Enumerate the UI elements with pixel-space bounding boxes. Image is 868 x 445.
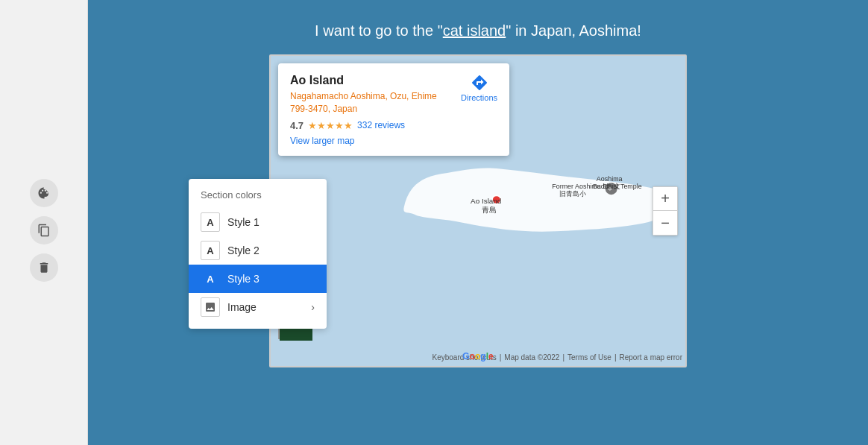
address-line1: Nagahamacho Aoshima, Ozu, Ehime (290, 91, 437, 101)
palette-icon-button[interactable] (30, 179, 58, 207)
address-line2: 799-3470, Japan (290, 104, 357, 114)
map-zoom-controls: + − (652, 186, 678, 236)
zoom-in-button[interactable]: + (653, 187, 677, 211)
sidebar (0, 0, 88, 445)
google-logo: Google (462, 351, 493, 362)
place-name: Ao Island (290, 74, 437, 87)
place-address: Nagahamacho Aoshima, Ozu, Ehime 799-3470… (290, 90, 437, 116)
svg-text:旧青島小: 旧青島小 (559, 190, 586, 198)
popup-title: Ao Island Nagahamacho Aoshima, Ozu, Ehim… (290, 74, 437, 147)
svg-text:Ao Island: Ao Island (471, 197, 501, 205)
directions-label: Directions (461, 93, 497, 102)
style-3-badge: A (201, 269, 220, 288)
trash-icon-button[interactable] (30, 253, 58, 282)
title-prefix: I want to go to the " (315, 22, 443, 39)
image-badge (201, 297, 220, 317)
map-info-popup: Ao Island Nagahamacho Aoshima, Ozu, Ehim… (278, 63, 509, 156)
style-3-label: Style 3 (227, 273, 260, 285)
svg-text:青島: 青島 (482, 206, 497, 214)
view-larger-map-link[interactable]: View larger map (290, 136, 354, 146)
section-colors-popup: Section colors A Style 1 A Style 2 A Sty… (189, 179, 327, 329)
map-data-credit: Map data ©2022 (504, 353, 559, 362)
main-content: I want to go to the "cat island" in Japa… (88, 0, 868, 445)
page-title: I want to go to the "cat island" in Japa… (315, 22, 641, 40)
section-colors-title: Section colors (189, 186, 327, 208)
style-1-label: Style 1 (227, 216, 260, 228)
stars: ★★★★★ (308, 120, 353, 131)
style-2-badge: A (201, 241, 220, 260)
svg-text:Buddhist Temple: Buddhist Temple (593, 183, 642, 190)
svg-rect-11 (280, 329, 312, 341)
popup-rating: 4.7 ★★★★★ 332 reviews (290, 120, 437, 131)
style-1-item[interactable]: A Style 1 (189, 208, 327, 236)
zoom-out-button[interactable]: − (653, 211, 677, 235)
image-item[interactable]: Image › (189, 293, 327, 321)
title-highlight: cat island (443, 22, 506, 39)
copy-icon-button[interactable] (30, 216, 58, 244)
review-count[interactable]: 332 reviews (357, 120, 405, 130)
style-1-badge: A (201, 212, 220, 232)
chevron-right-icon: › (311, 301, 315, 313)
image-label: Image (227, 301, 257, 313)
svg-text:Aoshima: Aoshima (597, 175, 623, 183)
terms-of-use[interactable]: Terms of Use (567, 353, 611, 362)
style-3-item[interactable]: A Style 3 (189, 265, 327, 293)
style-2-label: Style 2 (227, 244, 260, 256)
rating-number: 4.7 (290, 120, 304, 131)
title-suffix: " in Japan, Aoshima! (506, 22, 641, 39)
directions-button[interactable]: Directions (461, 74, 497, 102)
style-2-item[interactable]: A Style 2 (189, 236, 327, 265)
popup-header: Ao Island Nagahamacho Aoshima, Ozu, Ehim… (290, 74, 497, 147)
report-map-error[interactable]: Report a map error (620, 353, 682, 362)
map-container: Former Aoshima ES 文 旧青島小 Ao Island 青島 ✡ … (269, 54, 687, 367)
